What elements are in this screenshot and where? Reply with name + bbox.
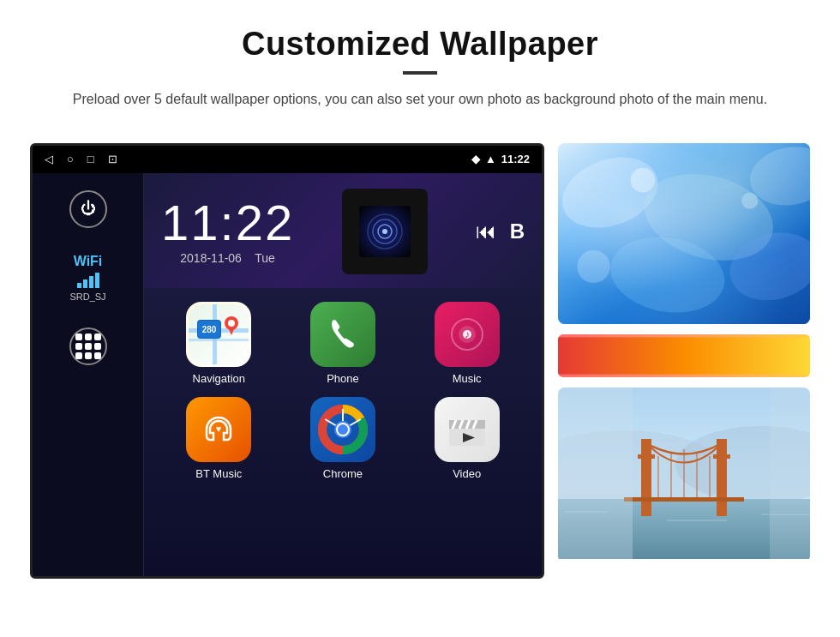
page-title: Customized Wallpaper [51,26,789,63]
content-area: ◁ ○ □ ⊡ ◆ ▲ 11:22 ⏻ WiFi [0,126,840,604]
sidebar: ⏻ WiFi SRD_SJ [33,173,144,576]
apps-dot [75,334,82,340]
media-inner [359,206,411,257]
svg-rect-51 [641,439,651,516]
app-phone[interactable]: Phone [302,302,383,385]
chrome-label: Chrome [323,467,363,480]
svg-point-37 [746,143,810,212]
svg-rect-60 [713,454,730,459]
chrome-icon [310,397,375,462]
clock-time: 11:22 [161,198,294,248]
wallpaper-bridge-container: CarSetting [558,388,810,579]
status-bar-left: ◁ ○ □ ⊡ [45,153,117,165]
apps-dot [94,334,101,340]
chrome-svg [317,404,369,455]
wifi-widget: WiFi SRD_SJ [69,254,105,302]
svg-point-38 [604,228,730,321]
app-row-1: 280 Navigation [161,302,525,385]
back-icon: ◁ [45,153,53,165]
strip-svg [558,334,810,377]
video-icon [435,397,500,462]
wifi-bar-3 [89,276,93,288]
app-grid: 280 Navigation [144,288,542,576]
svg-text:280: 280 [202,325,217,334]
apps-dot [75,343,82,350]
apps-dot [85,334,92,340]
apps-dot [85,352,92,359]
page-header: Customized Wallpaper Preload over 5 defa… [0,0,840,126]
svg-point-26 [338,424,348,435]
svg-point-40 [631,167,656,192]
carsetting-label: CarSetting [657,566,710,579]
wallpaper-ice [558,143,810,324]
svg-rect-43 [558,337,810,374]
app-btmusic[interactable]: ♥ BT Music [178,397,260,480]
page-description: Preload over 5 default wallpaper options… [69,88,771,111]
bridge-wallpaper-svg [558,388,810,559]
app-chrome[interactable]: Chrome [302,397,383,480]
app-video[interactable]: Video [426,397,507,480]
clock-area: 11:22 2018-11-06 Tue [144,173,542,288]
wallpaper-bridge [558,388,810,562]
music-svg: ♪ [450,317,484,352]
status-bar-right: ◆ ▲ 11:22 [471,153,530,165]
apps-grid-icon [75,334,101,359]
svg-rect-6 [189,339,249,341]
svg-rect-52 [717,439,727,516]
wifi-bars [69,273,105,288]
video-svg [446,408,489,451]
clock-date: 2018-11-06 Tue [161,251,294,265]
wifi-icon: ▲ [485,153,496,165]
recents-icon: □ [87,153,94,165]
svg-point-3 [382,229,387,234]
power-icon: ⏻ [81,200,96,218]
svg-rect-58 [624,497,744,502]
phone-svg [326,317,360,352]
wallpaper-panel: CarSetting [558,143,810,579]
android-screen: ◁ ○ □ ⊡ ◆ ▲ 11:22 ⏻ WiFi [30,143,544,579]
svg-text:♥: ♥ [216,424,222,434]
phone-icon [310,302,375,367]
btmusic-svg: ♥ [201,412,236,447]
status-time: 11:22 [501,153,530,165]
svg-point-42 [577,249,609,282]
location-icon: ◆ [471,153,480,165]
svg-point-13 [228,320,235,327]
apps-dot [75,352,82,359]
prev-track-icon[interactable]: ⏮ [476,219,496,243]
wifi-ssid: SRD_SJ [69,291,105,302]
svg-rect-62 [770,388,810,559]
title-underline [403,71,437,75]
wifi-label: WiFi [69,254,105,269]
music-label: Music [453,372,482,385]
apps-dot [94,343,101,350]
phone-label: Phone [327,372,359,385]
music-icon: ♪ [435,302,500,367]
media-controls: ⏮ B [476,219,525,243]
apps-dot [85,343,92,350]
btmusic-icon: ♥ [186,397,251,462]
clock-info: 11:22 2018-11-06 Tue [161,198,294,265]
app-navigation[interactable]: 280 Navigation [178,302,260,385]
wifi-bar-4 [95,273,99,288]
navigation-label: Navigation [193,372,245,385]
wifi-bar-1 [77,283,81,288]
app-row-2: ♥ BT Music [161,397,525,480]
media-widget [342,189,428,274]
screenshot-icon: ⊡ [108,153,117,165]
signal-icon [363,210,406,253]
status-bar: ◁ ○ □ ⊡ ◆ ▲ 11:22 [33,146,542,173]
app-music[interactable]: ♪ Music [426,302,507,385]
apps-button[interactable] [69,328,107,365]
svg-point-36 [634,160,783,273]
apps-dot [94,352,101,359]
svg-point-41 [741,192,758,208]
power-button[interactable]: ⏻ [69,190,107,228]
btmusic-label: BT Music [195,467,242,480]
video-label: Video [453,467,481,480]
next-track-label[interactable]: B [510,219,525,243]
wallpaper-strip [558,334,810,377]
navigation-icon: 280 [186,302,251,367]
svg-text:♪: ♪ [465,328,470,340]
svg-rect-34 [558,143,810,324]
